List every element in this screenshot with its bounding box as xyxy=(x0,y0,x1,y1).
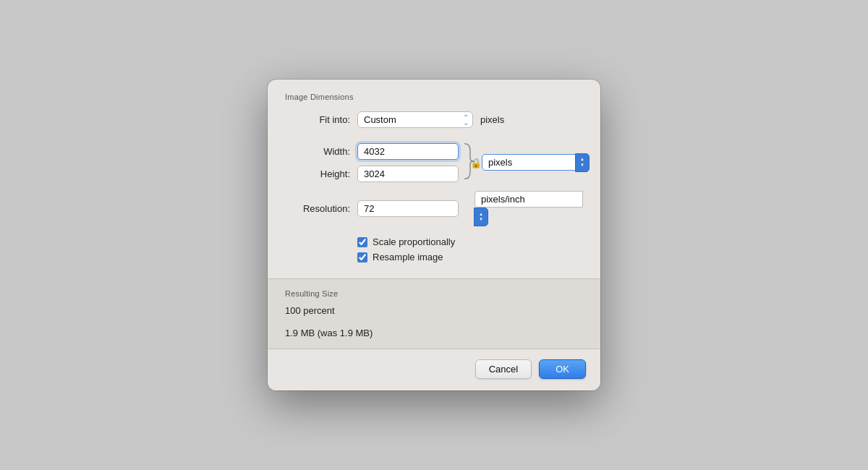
image-dimensions-title: Image Dimensions xyxy=(285,93,583,101)
resolution-unit-wrapper: pixels/inch pixels/cm xyxy=(475,191,583,226)
fit-into-suffix: pixels xyxy=(480,114,504,125)
width-label: Width: xyxy=(285,146,350,157)
ok-button[interactable]: OK xyxy=(539,359,586,379)
resample-image-row: Resample image xyxy=(357,252,583,262)
checkboxes-container: Scale proportionally Resample image xyxy=(357,236,583,262)
wh-container: Width: Height: 🔒 pixels xyxy=(285,141,583,184)
height-label: Height: xyxy=(285,168,350,179)
fit-into-label: Fit into: xyxy=(285,114,350,125)
width-row: Width: xyxy=(285,143,459,160)
fit-into-row: Fit into: Custom pixels xyxy=(285,111,583,128)
height-input[interactable] xyxy=(357,166,459,182)
fit-into-select-wrapper: Custom xyxy=(357,111,473,128)
scale-proportionally-label: Scale proportionally xyxy=(373,236,455,247)
height-row: Height: xyxy=(285,166,459,182)
link-bracket-container: 🔒 xyxy=(463,141,477,184)
resulting-size-title: Resulting Size xyxy=(285,289,583,298)
resolution-label: Resolution: xyxy=(285,203,350,214)
button-row: Cancel OK xyxy=(268,349,600,390)
resolution-unit-select[interactable]: pixels/inch pixels/cm xyxy=(475,191,583,208)
width-input[interactable] xyxy=(357,143,459,160)
unit-select[interactable]: pixels percent inches cm xyxy=(482,154,576,171)
resulting-size-section: Resulting Size 100 percent 1.9 MB (was 1… xyxy=(268,279,600,349)
resulting-mb: 1.9 MB (was 1.9 MB) xyxy=(285,328,583,338)
cancel-button[interactable]: Cancel xyxy=(475,359,532,379)
lock-icon: 🔒 xyxy=(470,157,482,168)
resample-image-label: Resample image xyxy=(373,252,443,262)
resolution-row: Resolution: pixels/inch pixels/cm xyxy=(285,191,583,226)
resample-image-checkbox[interactable] xyxy=(357,252,367,262)
scale-proportionally-checkbox[interactable] xyxy=(357,237,367,247)
resolution-input[interactable] xyxy=(357,200,459,217)
unit-stepper[interactable] xyxy=(575,153,590,172)
scale-proportionally-row: Scale proportionally xyxy=(357,236,583,247)
image-dimensions-section: Image Dimensions Fit into: Custom pixels… xyxy=(268,80,600,278)
image-dimensions-dialog: Image Dimensions Fit into: Custom pixels… xyxy=(268,80,600,390)
resolution-unit-stepper[interactable] xyxy=(474,208,488,226)
unit-control: pixels percent inches cm xyxy=(482,153,590,172)
fit-into-select[interactable]: Custom xyxy=(357,111,473,128)
resulting-percent: 100 percent xyxy=(285,305,583,316)
wh-inputs: Width: Height: xyxy=(285,143,459,182)
